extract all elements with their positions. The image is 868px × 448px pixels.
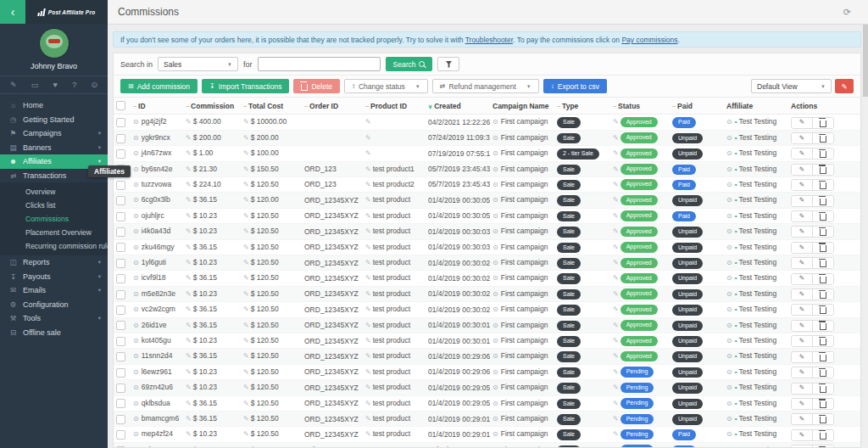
row-checkbox[interactable]: [116, 305, 125, 315]
pencil-icon[interactable]: ✎: [186, 430, 192, 438]
col-header-order-id[interactable]: ~Order ID: [302, 98, 363, 115]
eye-icon[interactable]: ⊙: [726, 322, 732, 329]
eye-icon[interactable]: ⊙: [133, 212, 139, 220]
eye-icon[interactable]: ⊙: [492, 227, 498, 235]
pencil-icon[interactable]: ✎: [243, 446, 249, 447]
pencil-icon[interactable]: ✎: [186, 337, 192, 344]
pencil-icon[interactable]: ✎: [243, 384, 249, 391]
edit-row-button[interactable]: ✎: [792, 118, 812, 128]
avatar[interactable]: [39, 28, 70, 59]
pencil-icon[interactable]: ✎: [243, 118, 249, 126]
search-button[interactable]: Search: [386, 57, 433, 71]
edit-row-button[interactable]: ✎: [792, 321, 812, 331]
eye-icon[interactable]: ⊙: [726, 212, 732, 220]
pencil-icon[interactable]: ✎: [613, 446, 619, 447]
pencil-icon[interactable]: ✎: [243, 165, 249, 173]
eye-icon[interactable]: ⊙: [133, 290, 139, 298]
row-checkbox[interactable]: [116, 212, 125, 221]
pencil-icon[interactable]: ✎: [243, 259, 249, 266]
pencil-icon[interactable]: ✎: [613, 259, 619, 266]
pencil-icon[interactable]: ✎: [186, 400, 192, 407]
edit-row-button[interactable]: ✎: [792, 289, 812, 300]
edit-row-button[interactable]: ✎: [792, 196, 812, 206]
row-checkbox[interactable]: [116, 352, 125, 361]
pencil-icon[interactable]: ✎: [613, 415, 619, 423]
pencil-icon[interactable]: ✎: [613, 244, 619, 251]
select-all-checkbox[interactable]: [116, 101, 125, 110]
pencil-icon[interactable]: ✎: [365, 118, 371, 126]
pencil-icon[interactable]: ✎: [243, 368, 249, 376]
pencil-icon[interactable]: ✎: [613, 118, 619, 126]
eye-icon[interactable]: ⊙: [133, 227, 139, 235]
eye-icon[interactable]: ⊙: [492, 337, 498, 344]
collapse-sidebar-button[interactable]: ‹: [0, 0, 25, 24]
eye-icon[interactable]: ⊙: [726, 430, 732, 438]
pencil-icon[interactable]: ✎: [613, 196, 619, 204]
eye-icon[interactable]: ⊙: [133, 446, 139, 447]
eye-icon[interactable]: ⊙: [726, 400, 732, 407]
delete-row-button[interactable]: [812, 384, 833, 394]
pencil-icon[interactable]: ✎: [365, 274, 371, 282]
pencil-icon[interactable]: ✎: [186, 305, 192, 313]
eye-icon[interactable]: ⊙: [133, 244, 139, 251]
row-checkbox[interactable]: [116, 181, 125, 190]
edit-row-button[interactable]: ✎: [792, 399, 812, 409]
pencil-icon[interactable]: ✎: [186, 244, 192, 251]
pencil-icon[interactable]: ✎: [365, 149, 371, 157]
eye-icon[interactable]: ⊙: [726, 274, 732, 282]
eye-icon[interactable]: ⊙: [133, 337, 139, 344]
change-status-dropdown[interactable]: ↕Change status▼: [344, 79, 428, 93]
delete-row-button[interactable]: [812, 133, 833, 143]
pencil-icon[interactable]: ✎: [186, 134, 192, 142]
eye-icon[interactable]: ⊙: [133, 415, 139, 423]
row-checkbox[interactable]: [116, 384, 125, 393]
edit-row-button[interactable]: ✎: [792, 148, 812, 159]
eye-icon[interactable]: ⊙: [492, 244, 498, 251]
eye-icon[interactable]: ⊙: [726, 384, 732, 391]
eye-icon[interactable]: ⊙: [133, 305, 139, 313]
pencil-icon[interactable]: ✎: [613, 322, 619, 329]
pay-commissions-link[interactable]: Pay commissions: [621, 36, 677, 44]
eye-icon[interactable]: ⊙: [492, 118, 498, 126]
pencil-icon[interactable]: ✎: [613, 290, 619, 298]
pencil-icon[interactable]: ✎: [186, 227, 192, 235]
eye-icon[interactable]: ⊙: [133, 384, 139, 391]
delete-row-button[interactable]: [812, 196, 833, 206]
sidebar-item-offline-sale[interactable]: ⊟Offline sale: [0, 326, 108, 340]
heart-icon[interactable]: ♥: [53, 81, 58, 89]
row-checkbox[interactable]: [116, 290, 125, 300]
edit-row-button[interactable]: ✎: [792, 352, 812, 362]
delete-row-button[interactable]: [812, 180, 833, 190]
pencil-icon[interactable]: ✎: [243, 274, 249, 282]
col-header-status[interactable]: ~Status: [610, 98, 670, 115]
delete-row-button[interactable]: [812, 211, 833, 221]
eye-icon[interactable]: ⊙: [133, 181, 139, 188]
delete-row-button[interactable]: [812, 321, 833, 331]
pencil-icon[interactable]: ✎: [365, 290, 371, 298]
sidebar-item-banners[interactable]: ▤Banners▾: [0, 141, 108, 155]
eye-icon[interactable]: ⊙: [726, 368, 732, 376]
edit-row-button[interactable]: ✎: [792, 165, 812, 175]
eye-icon[interactable]: ⊙: [726, 446, 732, 447]
eye-icon[interactable]: ⊙: [492, 415, 498, 423]
pencil-icon[interactable]: ✎: [243, 352, 249, 360]
pencil-icon[interactable]: ✎: [186, 322, 192, 329]
eye-icon[interactable]: ⊙: [133, 259, 139, 266]
delete-row-button[interactable]: [812, 243, 833, 253]
import-transactions-button[interactable]: ↧Import Transactions: [202, 79, 289, 93]
eye-icon[interactable]: ⊙: [133, 352, 139, 360]
refresh-icon[interactable]: ⟳: [843, 7, 851, 18]
delete-row-button[interactable]: [812, 274, 833, 284]
pencil-icon[interactable]: ✎: [243, 322, 249, 329]
sidebar-item-tools[interactable]: ⚒Tools▾: [0, 311, 108, 326]
pencil-icon[interactable]: ✎: [365, 337, 371, 344]
sidebar-item-emails[interactable]: ✉Emails▾: [0, 283, 108, 298]
pencil-icon[interactable]: ✎: [243, 227, 249, 235]
pencil-icon[interactable]: ✎: [243, 244, 249, 251]
pencil-icon[interactable]: ✎: [365, 322, 371, 329]
pencil-icon[interactable]: ✎: [186, 196, 192, 204]
pencil-icon[interactable]: ✎: [365, 384, 371, 391]
delete-row-button[interactable]: [812, 118, 833, 128]
pencil-icon[interactable]: ✎: [186, 259, 192, 266]
eye-icon[interactable]: ⊙: [133, 322, 139, 329]
